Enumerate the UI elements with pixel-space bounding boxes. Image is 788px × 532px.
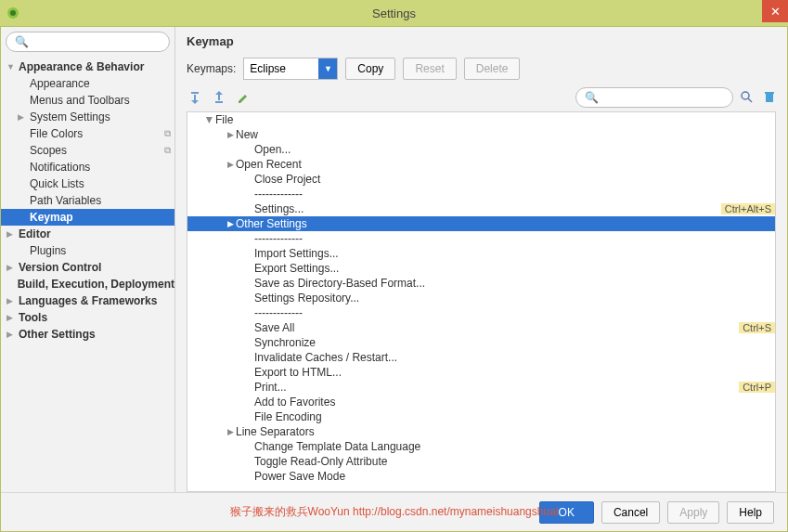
svg-rect-5: [215, 101, 223, 103]
sidebar-search-input[interactable]: [6, 32, 170, 52]
arrow-icon: ▶: [6, 296, 18, 305]
action-row[interactable]: ▶Other Settings: [187, 216, 775, 231]
arrow-icon: ▶: [6, 229, 18, 239]
action-label: -------------: [254, 188, 775, 201]
action-label: Settings...: [254, 202, 721, 215]
action-label: Line Separators: [236, 425, 775, 438]
arrow-icon: ▶: [225, 130, 236, 139]
copy-button[interactable]: Copy: [345, 58, 395, 80]
sidebar-item[interactable]: Quick Lists: [1, 175, 174, 192]
edit-icon[interactable]: [235, 89, 252, 106]
action-row[interactable]: Close Project: [187, 172, 775, 187]
sidebar-item[interactable]: ▶Editor: [1, 226, 174, 242]
action-row[interactable]: Open...: [187, 142, 775, 157]
action-row[interactable]: Invalidate Caches / Restart...: [187, 350, 775, 365]
action-row[interactable]: Export Settings...: [187, 261, 775, 276]
action-label: -------------: [254, 306, 775, 319]
close-button[interactable]: ✕: [762, 0, 788, 22]
action-row[interactable]: Print...Ctrl+P: [187, 380, 775, 395]
action-row[interactable]: -------------: [187, 187, 775, 201]
app-icon: [6, 6, 20, 20]
sidebar-item[interactable]: Appearance: [1, 75, 174, 92]
sidebar-item-label: Other Settings: [18, 328, 96, 341]
watermark-text: 猴子搬来的救兵WooYun http://blog.csdn.net/mynam…: [230, 504, 559, 520]
svg-marker-4: [191, 100, 199, 104]
action-row[interactable]: Save as Directory-Based Format...: [187, 276, 775, 291]
action-row[interactable]: Toggle Read-Only Attribute: [187, 454, 775, 469]
svg-point-1: [10, 10, 16, 16]
sidebar-item-label: Keymap: [29, 211, 73, 224]
chevron-down-icon[interactable]: ▼: [318, 58, 337, 79]
sidebar-item[interactable]: Build, Execution, Deployment: [1, 276, 174, 292]
action-row[interactable]: Synchronize: [187, 335, 775, 350]
arrow-icon: ▶: [225, 219, 236, 228]
action-row[interactable]: Export to HTML...: [187, 365, 775, 380]
sidebar-item[interactable]: Path Variables: [1, 192, 174, 209]
reset-button[interactable]: Reset: [403, 58, 456, 80]
sidebar-item-label: Menus and Toolbars: [29, 94, 130, 107]
shortcut-badge: Ctrl+Alt+S: [721, 203, 775, 214]
keymaps-value[interactable]: [244, 58, 318, 79]
sidebar-item[interactable]: Scopes⧉: [1, 142, 174, 159]
action-label: Import Settings...: [254, 247, 775, 260]
sidebar-item[interactable]: ▶Tools: [1, 309, 174, 326]
sidebar-item[interactable]: ▶Languages & Frameworks: [1, 292, 174, 309]
action-row[interactable]: Save AllCtrl+S: [187, 320, 775, 335]
action-label: File Encoding: [254, 410, 775, 423]
action-row[interactable]: Settings...Ctrl+Alt+S: [187, 201, 775, 216]
svg-point-8: [742, 92, 749, 99]
sidebar-item[interactable]: Notifications: [1, 159, 174, 175]
action-list[interactable]: ▶File▶NewOpen...▶Open RecentClose Projec…: [187, 111, 776, 492]
action-row[interactable]: Power Save Mode: [187, 469, 775, 484]
action-row[interactable]: -------------: [187, 305, 775, 320]
sidebar-item-label: Plugins: [29, 244, 66, 257]
title-bar: Settings ✕: [0, 0, 788, 26]
sidebar-item[interactable]: ▼Appearance & Behavior: [1, 58, 174, 75]
shortcut-badge: Ctrl+P: [739, 382, 775, 393]
clear-icon[interactable]: [763, 90, 776, 106]
action-row[interactable]: ▶File: [187, 112, 775, 127]
action-row[interactable]: Settings Repository...: [187, 291, 775, 305]
sidebar-item[interactable]: Keymap: [1, 209, 174, 226]
action-row[interactable]: Import Settings...: [187, 246, 775, 261]
sidebar-item[interactable]: File Colors⧉: [1, 125, 174, 142]
action-row[interactable]: ▶Open Recent: [187, 157, 775, 172]
arrow-icon: ▶: [6, 263, 18, 272]
sidebar-item[interactable]: ▶System Settings: [1, 109, 174, 125]
sidebar-item[interactable]: Plugins: [1, 242, 174, 259]
arrow-icon: ▼: [6, 62, 18, 71]
sidebar-item-label: Tools: [18, 311, 47, 324]
action-label: Synchronize: [254, 336, 775, 349]
action-label: Close Project: [254, 173, 775, 186]
expand-all-icon[interactable]: [187, 89, 203, 106]
action-label: Open...: [254, 143, 775, 156]
project-scope-icon: ⧉: [164, 145, 171, 156]
collapse-all-icon[interactable]: [211, 89, 227, 106]
arrow-icon: ▶: [18, 112, 29, 122]
find-shortcut-icon[interactable]: [739, 89, 754, 107]
shortcut-badge: Ctrl+S: [739, 322, 775, 333]
help-button[interactable]: Help: [727, 501, 774, 524]
action-row[interactable]: ▶New: [187, 127, 775, 142]
action-label: File: [215, 113, 775, 126]
action-label: Power Save Mode: [254, 470, 775, 483]
sidebar-item-label: Path Variables: [29, 194, 101, 207]
action-row[interactable]: -------------: [187, 231, 775, 246]
action-label: Toggle Read-Only Attribute: [254, 455, 775, 468]
action-search-input[interactable]: [575, 87, 733, 108]
action-row[interactable]: File Encoding: [187, 409, 775, 424]
sidebar-tree[interactable]: ▼Appearance & BehaviorAppearanceMenus an…: [1, 57, 174, 492]
sidebar-item[interactable]: ▶Version Control: [1, 259, 174, 276]
keymaps-label: Keymaps:: [187, 62, 236, 75]
sidebar-item[interactable]: ▶Other Settings: [1, 326, 174, 343]
window-title: Settings: [372, 6, 416, 20]
apply-button[interactable]: Apply: [667, 501, 719, 524]
action-row[interactable]: Add to Favorites: [187, 395, 775, 409]
keymaps-combo[interactable]: ▼: [243, 58, 338, 80]
delete-button[interactable]: Delete: [464, 58, 521, 80]
action-label: Open Recent: [236, 158, 775, 171]
sidebar-item[interactable]: Menus and Toolbars: [1, 92, 174, 109]
action-row[interactable]: ▶Line Separators: [187, 424, 775, 439]
cancel-button[interactable]: Cancel: [601, 501, 660, 524]
action-row[interactable]: Change Template Data Language: [187, 439, 775, 454]
